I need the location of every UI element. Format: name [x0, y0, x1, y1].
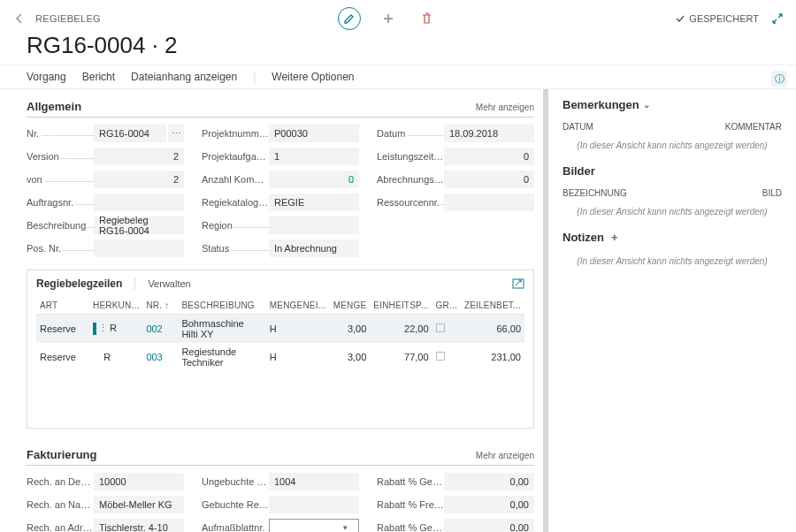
label-projektnr: Projektnummer [202, 128, 269, 139]
label-auftragsnr: Auftragsnr. [27, 197, 75, 208]
bemerkungen-empty: (In dieser Ansicht kann nichts angezeigt… [563, 135, 782, 164]
check-icon [675, 13, 685, 24]
lines-subform: Regiebelegzeilen Verwalten ART HERKUN...… [27, 270, 534, 429]
checkbox[interactable] [436, 352, 445, 361]
field-anzkom[interactable]: 0 [269, 171, 359, 188]
field-ressource[interactable] [444, 194, 534, 211]
label-posnr: Pos. Nr. [27, 243, 63, 254]
label-rabfr: Rabatt % Fremdl... [377, 499, 444, 510]
label-status: Status [202, 243, 231, 254]
label-anzkom: Anzahl Komment... [202, 174, 269, 185]
label-aufmass: Aufmaßblattnr. [202, 522, 267, 532]
col-herk[interactable]: HERKUN... [89, 297, 142, 315]
add-note-icon[interactable]: + [611, 231, 618, 244]
chevron-down-icon: ▾ [337, 523, 353, 532]
col-ep[interactable]: EINHEITSP... [370, 297, 432, 315]
field-projektaufg[interactable]: 1 [269, 148, 359, 165]
label-projektaufg: Projektaufgabennr. [202, 151, 269, 162]
lines-verwalten[interactable]: Verwalten [148, 278, 190, 289]
field-ungebucht[interactable]: 1004 [269, 473, 359, 490]
action-bericht[interactable]: Bericht [82, 71, 115, 83]
lines-title: Regiebelegzeilen [36, 277, 135, 290]
col-datum: DATUM [563, 122, 593, 132]
field-regiekat[interactable]: REGIE [269, 194, 359, 211]
chevron-down-icon: ⌄ [643, 100, 650, 110]
col-menge[interactable]: MENGE [330, 297, 371, 315]
field-rabg1[interactable]: 0,00 [444, 473, 534, 490]
edit-button[interactable] [338, 7, 361, 30]
label-name: Rech. an Name [27, 499, 94, 510]
back-button[interactable] [12, 11, 27, 26]
label-ressource: Ressourcennr. [377, 197, 441, 208]
notizen-empty: (In dieser Ansicht kann nichts angezeigt… [563, 251, 782, 280]
label-regiekat: Regiekatalogcode [202, 197, 269, 208]
field-abrechnung[interactable]: 0 [444, 171, 534, 188]
label-region: Region [202, 220, 234, 231]
col-zb[interactable]: ZEILENBET... [461, 297, 524, 315]
bilder-empty: (In dieser Ansicht kann nichts angezeigt… [563, 201, 782, 231]
field-von[interactable]: 2 [94, 171, 184, 188]
col-art[interactable]: ART [36, 297, 89, 315]
action-dateianhang[interactable]: Dateianhang anzeigen [131, 71, 237, 83]
field-rabges[interactable]: 0,00 [444, 519, 534, 532]
col-beschr[interactable]: BESCHREIBUNG [178, 297, 265, 315]
col-gr[interactable]: GR... [432, 297, 461, 315]
side-bilder-title[interactable]: Bilder [563, 164, 782, 178]
field-datum[interactable]: 18.09.2018 [444, 125, 534, 142]
label-abrechnung: Abrechnungszeitr... [377, 174, 444, 185]
table-row[interactable]: Reserve ⋮ R 002 Bohrmaschine Hilti XY H … [36, 315, 524, 344]
col-kommentar: KOMMENTAR [725, 122, 782, 132]
col-nr[interactable]: NR. ↑ [142, 297, 178, 315]
label-leistung: Leistungszeitraum [377, 151, 444, 162]
side-notizen-title[interactable]: Notizen [563, 231, 604, 244]
label-von: von [27, 174, 44, 185]
row-menu-icon[interactable]: ⋮ [98, 323, 107, 334]
field-region[interactable] [269, 217, 359, 234]
action-weitere-optionen[interactable]: Weitere Optionen [272, 71, 354, 83]
page-title: RG16-0004 · 2 [0, 32, 796, 65]
field-adresse[interactable]: Tischlerstr. 4-10 [94, 519, 184, 532]
field-version[interactable]: 2 [94, 148, 184, 165]
new-button[interactable] [377, 7, 400, 30]
field-nr[interactable]: RG16-0004 [94, 125, 166, 142]
label-debnr: Rech. an Deb.-Nr. [27, 476, 94, 487]
field-projektnr[interactable]: P00030 [269, 125, 359, 142]
table-row[interactable]: Reserve R 003 Regiestunde Techniker H 3,… [36, 343, 524, 371]
info-icon[interactable]: ⓘ [771, 71, 787, 87]
fakt-more[interactable]: Mehr anzeigen [476, 451, 534, 460]
side-bemerkungen-title[interactable]: Bemerkungen⌄ [563, 98, 782, 111]
row-handle[interactable] [93, 323, 96, 335]
expand-lines-icon[interactable] [512, 278, 524, 289]
field-aufmass[interactable]: ▾ [269, 519, 359, 532]
label-version: Version [27, 151, 61, 162]
delete-button[interactable] [416, 7, 439, 30]
label-rabges: Rabatt % Gesamt [377, 522, 444, 532]
action-vorgang[interactable]: Vorgang [27, 71, 66, 83]
label-ungebucht: Ungebuchte Rec... [202, 476, 269, 487]
label-nr: Nr. [27, 128, 41, 139]
field-name[interactable]: Möbel-Meller KG [94, 496, 184, 513]
field-posnr[interactable] [94, 239, 184, 257]
label-gebucht: Gebuchte Rechnu... [202, 499, 269, 510]
col-me[interactable]: MENGENEI... [266, 297, 330, 315]
nr-lookup[interactable]: ⋯ [168, 125, 184, 142]
field-leistung[interactable]: 0 [444, 148, 534, 165]
lines-table[interactable]: ART HERKUN... NR. ↑ BESCHREIBUNG MENGENE… [36, 297, 524, 371]
collapse-icon[interactable] [771, 12, 784, 25]
field-beschreibung[interactable]: Regiebeleg RG16-0004 [94, 217, 184, 234]
field-debnr[interactable]: 10000 [94, 473, 184, 490]
allgemein-more[interactable]: Mehr anzeigen [476, 103, 534, 112]
field-gebucht[interactable] [269, 496, 359, 513]
separator: | [253, 71, 256, 83]
section-fakt-title: Fakturierung [27, 448, 96, 461]
field-rabfr[interactable]: 0,00 [444, 496, 534, 513]
breadcrumb: REGIEBELEG [35, 13, 101, 24]
col-bild: BILD [762, 188, 782, 198]
field-auftragsnr[interactable] [94, 194, 184, 211]
saved-indicator: GESPEICHERT [675, 13, 759, 24]
field-status[interactable]: In Abrechnung [269, 239, 359, 257]
label-beschreibung: Beschreibung [27, 220, 88, 231]
col-bezeichnung: BEZEICHNUNG [563, 188, 627, 198]
checkbox[interactable] [436, 323, 445, 332]
label-adresse: Rech. an Adresse [27, 522, 94, 532]
